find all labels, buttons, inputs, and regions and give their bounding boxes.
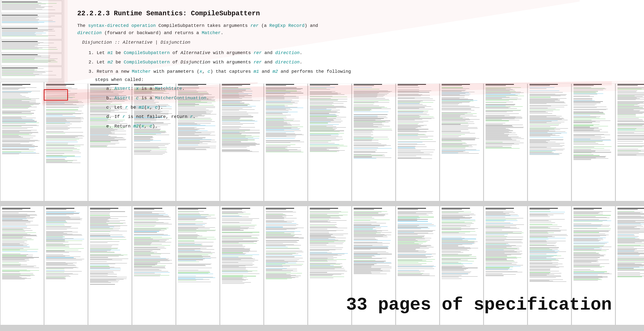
page-thumb: [220, 206, 264, 325]
page-thumb: [0, 82, 44, 201]
steps-list: 1. Let m1 be CompileSubpattern of Altern…: [82, 49, 631, 130]
step-3: 3. Return a new Matcher with parameters …: [82, 68, 631, 130]
substep-a: a. Assert: x is a MatchState.: [98, 85, 631, 93]
pages-count-label: 33 pages of specification: [346, 295, 612, 315]
page-thumb: [44, 206, 88, 325]
intro-text1: The: [77, 23, 88, 28]
highlight-box: [44, 89, 68, 101]
sidebar-page-thumb: [1, 27, 62, 39]
sidebar-page-thumb: [1, 40, 62, 52]
page-thumb: [616, 206, 644, 325]
step-1: 1. Let m1 be CompileSubpattern of Altern…: [82, 49, 631, 57]
page-thumb: [308, 206, 352, 325]
intro-paragraph: The syntax-directed operation CompileSub…: [77, 22, 631, 37]
intro-text5: (forward or backward) and returns a: [102, 30, 202, 35]
direction-param: direction: [77, 30, 102, 35]
substep-c: c. Let r be m1(x, c).: [98, 103, 631, 111]
intro-text4: ) and: [304, 23, 318, 28]
grammar-rule: Disjunction :: Alternative | Disjunction: [82, 40, 631, 45]
left-sidebar-pages: [0, 0, 64, 82]
matcher-link: Matcher: [202, 30, 221, 35]
substep-b: b. Assert: c is a MatcherContinuation.: [98, 94, 631, 102]
main-spec-content: 22.2.2.3 Runtime Semantics: CompileSubpa…: [64, 0, 644, 84]
intro-text6: .: [221, 30, 224, 35]
page-thumb: [132, 206, 176, 325]
sidebar-page-thumb: [1, 53, 62, 66]
step-2: 2. Let m2 be CompileSubpattern of Disjun…: [82, 58, 631, 66]
regexp-record-link: RegExp Record: [269, 23, 304, 28]
substep-e: e. Return m2(x, c).: [98, 122, 631, 130]
page-thumb: [0, 206, 44, 325]
section-title: 22.2.2.3 Runtime Semantics: CompileSubpa…: [77, 10, 631, 17]
sidebar-page-thumb: [1, 67, 62, 79]
page-thumb: [88, 206, 132, 325]
sidebar-page-thumb: [1, 1, 62, 13]
sidebar-page-thumb: [1, 14, 62, 26]
sub-steps: a. Assert: x is a MatchState. b. Assert:…: [98, 85, 631, 130]
substep-d: d. If r is not failure, return r.: [98, 113, 631, 121]
rer-param: rer: [250, 23, 258, 28]
intro-text2: CompileSubpattern takes arguments: [156, 23, 250, 28]
page-thumb: [264, 206, 308, 325]
page-thumb: [176, 206, 220, 325]
intro-text3: (a: [258, 23, 269, 28]
sdo-link: syntax-directed operation: [88, 23, 156, 28]
